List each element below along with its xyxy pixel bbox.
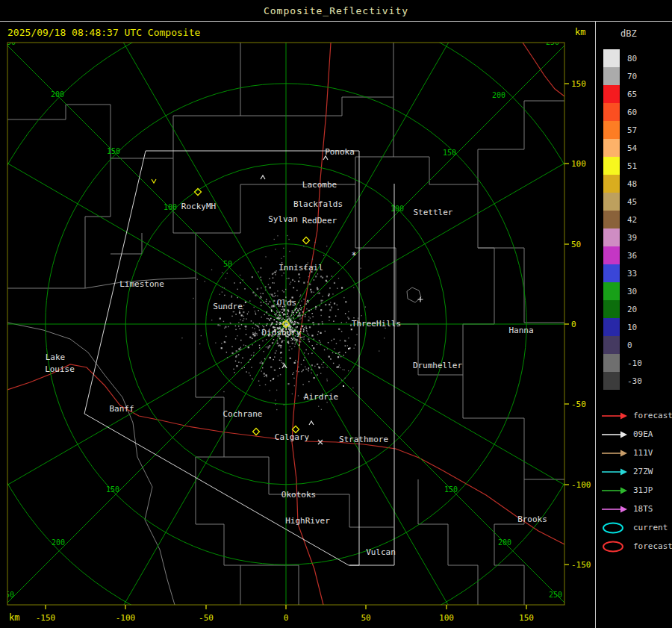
echo-pixel: [275, 274, 276, 275]
colorbar-row: 10: [603, 318, 642, 336]
echo-pixel: [329, 320, 329, 321]
echo-pixel: [270, 318, 272, 320]
echo-pixel: [224, 287, 225, 288]
echo-pixel: [308, 370, 308, 370]
echo-pixel: [240, 275, 240, 276]
echo-pixel: [220, 294, 220, 295]
city-label-sylvan: Sylvan: [268, 214, 298, 224]
echo-pixel: [266, 346, 267, 347]
echo-pixel: [281, 275, 282, 276]
colorbar-row: 70: [603, 67, 642, 85]
echo-pixel: [278, 376, 279, 376]
echo-pixel: [238, 354, 239, 355]
right-axis-label: -50: [571, 400, 586, 409]
echo-pixel: [301, 317, 302, 318]
range-label: 100: [164, 203, 177, 211]
echo-pixel: [353, 287, 354, 288]
boundary-line: [478, 184, 564, 323]
colorbar-row: -10: [603, 354, 642, 372]
echo-pixel: [225, 336, 226, 337]
echo-pixel: [224, 295, 225, 296]
legend-track-31jp: 31JP: [600, 481, 672, 500]
colorbar-swatch: [603, 103, 620, 121]
echo-pixel: [299, 344, 299, 345]
echo-pixel: [240, 362, 241, 363]
echo-pixel: [287, 314, 288, 315]
echo-pixel: [303, 360, 304, 361]
boundary-line: [240, 43, 393, 116]
echo-pixel: [257, 288, 258, 290]
echo-pixel: [266, 339, 267, 340]
echo-pixel: [344, 370, 345, 370]
legend-ellipse-forecast: forecast: [600, 537, 672, 556]
echo-pixel: [245, 345, 246, 346]
echo-pixel: [270, 293, 270, 294]
echo-pixel: [287, 319, 288, 320]
echo-pixel: [253, 352, 254, 353]
echo-pixel: [356, 334, 357, 335]
bottom-axis-label: 0: [284, 613, 289, 623]
echo-pixel: [314, 366, 315, 367]
colorbar-value: 0: [627, 341, 632, 350]
azimuth-spoke: [0, 324, 286, 620]
echo-pixel: [320, 276, 322, 277]
bottom-axis-label: -150: [36, 613, 56, 623]
echo-pixel: [236, 350, 237, 352]
echo-pixel: [270, 390, 270, 391]
city-label-olds: Olds: [277, 298, 297, 308]
echo-pixel: [197, 279, 198, 280]
echo-pixel: [282, 363, 284, 364]
echo-pixel: [351, 329, 352, 330]
echo-pixel: [263, 302, 264, 302]
echo-pixel: [299, 308, 300, 310]
echo-pixel: [317, 374, 317, 375]
city-label-threehills: ThreeHills: [352, 319, 401, 329]
echo-pixel: [281, 312, 283, 314]
echo-pixel: [295, 343, 296, 344]
colorbar-value: 80: [627, 54, 637, 63]
echo-pixel: [306, 303, 307, 304]
echo-pixel: [262, 293, 263, 293]
echo-pixel: [270, 302, 270, 302]
echo-pixel: [228, 326, 228, 327]
echo-pixel: [314, 292, 314, 293]
echo-pixel: [252, 344, 252, 345]
echo-pixel: [312, 316, 313, 317]
legend-track-18ts: 18TS: [600, 500, 672, 518]
echo-pixel: [270, 366, 272, 367]
echo-pixel: [307, 332, 308, 332]
echo-pixel: [240, 329, 240, 329]
echo-pixel: [231, 296, 232, 297]
range-label: 200: [51, 90, 64, 99]
echo-pixel: [303, 282, 305, 284]
colorbar: 807065605754514845423936333020100-10-30: [603, 49, 642, 390]
city-label-louise: Louise: [45, 364, 75, 374]
echo-pixel: [252, 338, 253, 339]
echo-pixel: [288, 343, 290, 344]
colorbar-swatch: [603, 85, 620, 103]
echo-pixel: [322, 277, 323, 279]
echo-pixel: [318, 367, 319, 367]
radar-map[interactable]: 5010015020025010015020025015020025015020…: [0, 0, 672, 628]
echo-pixel: [237, 289, 237, 290]
echo-pixel: [337, 288, 337, 289]
echo-pixel: [240, 349, 241, 349]
echo-pixel: [327, 348, 328, 349]
echo-pixel: [266, 311, 267, 313]
colorbar-row: 20: [603, 300, 642, 318]
colorbar-value: 60: [627, 108, 637, 117]
azimuth-spoke: [286, 28, 582, 324]
echo-pixel: [270, 380, 271, 381]
right-axis-label: 100: [571, 159, 586, 169]
echo-pixel: [237, 297, 237, 298]
echo-pixel: [268, 303, 269, 304]
echo-pixel: [264, 373, 265, 374]
right-axis-unit: km: [575, 27, 585, 37]
legend-track-111v-label: 111V: [633, 448, 653, 458]
colorbar-value: 70: [627, 72, 637, 81]
echo-pixel: [267, 348, 268, 349]
echo-pixel: [252, 379, 252, 379]
echo-pixel: [302, 384, 303, 385]
echo-pixel: [283, 311, 284, 312]
echo-pixel: [317, 273, 318, 274]
